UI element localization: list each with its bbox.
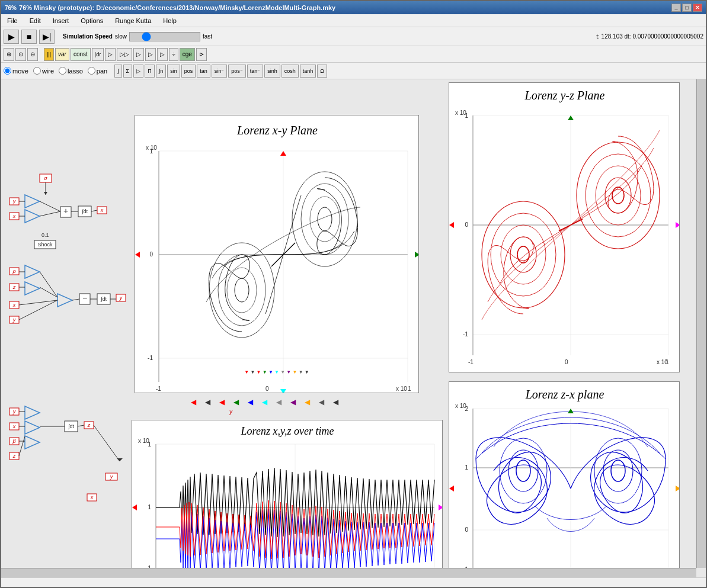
const-button[interactable]: const	[71, 48, 91, 61]
svg-text:y: y	[12, 409, 16, 415]
svg-text:-1: -1	[148, 355, 153, 361]
zoom-out-button[interactable]: ⊖	[27, 48, 38, 61]
svg-marker-149	[25, 436, 40, 449]
title-bar: 76% 76% Minsky (prototype): D:/economic/…	[1, 1, 706, 14]
op2-btn15[interactable]: Ω	[317, 65, 327, 78]
speed-slow-label: slow	[115, 33, 127, 40]
svg-text:1: 1	[465, 464, 468, 471]
app-window: 76% 76% Minsky (prototype): D:/economic/…	[0, 0, 707, 588]
mode-radio-group: move wire lasso pan	[4, 67, 107, 75]
graph-xy-panel: Lorenz x-y Plane 1 0 -1 x 10 1 0 -1 x 10	[135, 115, 419, 393]
maximize-button[interactable]: □	[682, 4, 692, 12]
step-button[interactable]: ▶|	[39, 30, 55, 44]
op-btn3[interactable]: ▷	[133, 48, 144, 61]
svg-marker-123	[57, 294, 72, 307]
svg-text:-1: -1	[156, 385, 161, 392]
op2-btn6[interactable]: sin	[167, 65, 180, 78]
svg-rect-0	[135, 115, 418, 393]
op2-btn14[interactable]: tanh	[300, 65, 316, 78]
svg-text:0: 0	[465, 526, 468, 533]
mode-move[interactable]: move	[4, 67, 28, 75]
svg-text:x: x	[100, 207, 104, 213]
svg-line-164	[94, 425, 120, 461]
op2-btn5[interactable]: ∫n	[156, 65, 166, 78]
svg-line-157	[19, 436, 25, 456]
svg-text:σ: σ	[44, 175, 47, 181]
mode-pan[interactable]: pan	[88, 67, 107, 75]
svg-marker-95	[25, 210, 40, 223]
svg-text:0: 0	[465, 221, 468, 228]
op2-btn9[interactable]: sin⁻	[212, 65, 228, 78]
op-btn5[interactable]: ▷	[157, 48, 168, 61]
svg-text:x: x	[12, 213, 16, 219]
op2-btn3[interactable]: ▷	[133, 65, 143, 78]
op2-btn12[interactable]: sinh	[264, 65, 280, 78]
godley-button[interactable]: |||	[44, 48, 54, 61]
svg-marker-112	[44, 192, 47, 195]
op-btn1[interactable]: ▷	[105, 48, 116, 61]
main-canvas[interactable]: Lorenz x-y Plane 1 0 -1 x 10 1 0 -1 x 10	[1, 79, 706, 577]
vertical-scrollbar[interactable]	[696, 79, 706, 568]
close-button[interactable]: ✕	[693, 4, 702, 12]
svg-text:∫dt: ∫dt	[68, 423, 74, 429]
svg-text:−: −	[82, 293, 87, 303]
insert-toolbar: ⊕ ⊙ ⊖ ||| var const |dr ▷ ▷▷ ▷ ▷ ▷ ÷ cge…	[1, 46, 706, 63]
svg-rect-24	[449, 83, 679, 372]
menu-options[interactable]: Options	[77, 16, 107, 25]
time-display: t: 128.103 dt: 0.00700000000000005002	[596, 33, 703, 40]
graph-xy-svg: Lorenz x-y Plane 1 0 -1 x 10 1 0 -1 x 10	[135, 115, 418, 393]
svg-text:Lorenz z-x plane: Lorenz z-x plane	[525, 388, 604, 401]
play-button[interactable]: ▶	[4, 30, 19, 44]
svg-marker-165	[117, 458, 123, 461]
minimize-button[interactable]: _	[671, 4, 681, 12]
op2-btn2[interactable]: Σ	[123, 65, 133, 78]
menu-help[interactable]: Help	[159, 16, 180, 25]
op-btn4[interactable]: ▷	[145, 48, 156, 61]
simulation-speed-area: Simulation Speed	[63, 33, 113, 40]
param-button[interactable]: |dr	[92, 48, 104, 61]
graph-yz-panel: Lorenz y-z Plane 1 0 -1 x 10 x 10 1 -1 0	[449, 82, 680, 372]
horizontal-scrollbar[interactable]	[1, 568, 696, 577]
svg-line-110	[91, 210, 97, 211]
svg-text:x 10: x 10	[138, 438, 149, 444]
app-icon: 76%	[5, 5, 17, 11]
svg-text:x: x	[12, 423, 16, 429]
svg-text:x 10: x 10	[146, 144, 157, 151]
svg-text:ρ: ρ	[12, 268, 15, 274]
svg-text:z: z	[12, 284, 16, 290]
zoom-100-button[interactable]: ⊙	[15, 48, 26, 61]
op2-btn1[interactable]: ∫	[114, 65, 121, 78]
graph-yz-svg: Lorenz y-z Plane 1 0 -1 x 10 x 10 1 -1 0	[449, 83, 679, 372]
graph-time-svg: Lorenz x,y,z over time 1 1 -1 x 10 x 100…	[132, 420, 442, 577]
op2-btn4[interactable]: Π	[145, 65, 155, 78]
op2-btn10[interactable]: pos⁻	[228, 65, 246, 78]
op-btn6[interactable]: ÷	[169, 48, 178, 61]
svg-marker-147	[25, 406, 40, 419]
wiring-top: σ y x + ∫dt x 0.1 Shock	[1, 79, 135, 411]
svg-text:0: 0	[265, 385, 269, 392]
op2-btn8[interactable]: tan	[197, 65, 210, 78]
mode-wire[interactable]: wire	[33, 67, 54, 75]
op-btn7[interactable]: cge	[180, 48, 195, 61]
speed-slider[interactable]	[129, 32, 200, 41]
menu-insert[interactable]: Insert	[49, 16, 73, 25]
op2-btn7[interactable]: pos	[181, 65, 196, 78]
menu-runge-kutta[interactable]: Runge Kutta	[111, 16, 155, 25]
zoom-in-button[interactable]: ⊕	[4, 48, 14, 61]
svg-text:y: y	[119, 295, 123, 301]
op-btn2[interactable]: ▷▷	[117, 48, 132, 61]
var-button[interactable]: var	[55, 48, 69, 61]
svg-text:x 10: x 10	[455, 110, 466, 116]
menu-edit[interactable]: Edit	[26, 16, 44, 25]
mode-lasso[interactable]: lasso	[59, 67, 83, 75]
op2-btn11[interactable]: tan⁻	[247, 65, 264, 78]
xy-bottom-edge-markers: ◀ ◀ ◀ ◀ ◀ ◀ ◀ ◀ ◀ ◀ ◀	[191, 398, 338, 406]
svg-text:x: x	[90, 494, 94, 500]
menu-file[interactable]: File	[4, 16, 21, 25]
stop-button[interactable]: ■	[21, 30, 37, 44]
svg-text:x 10: x 10	[455, 403, 466, 409]
op2-btn13[interactable]: cosh	[281, 65, 299, 78]
svg-text:-1: -1	[468, 359, 474, 365]
op-btn8[interactable]: ⊳	[196, 48, 207, 61]
svg-line-134	[19, 300, 57, 305]
